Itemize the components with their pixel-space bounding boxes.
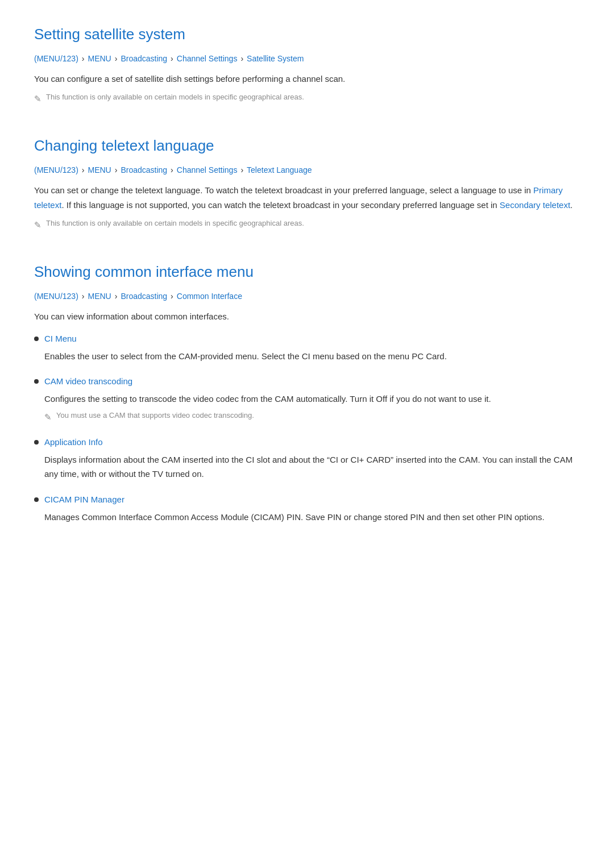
breadcrumb-sep-6: › xyxy=(115,164,118,176)
breadcrumb-sep-2: › xyxy=(115,52,118,65)
section-satellite: Setting satellite system (MENU/123) › ME… xyxy=(34,23,580,106)
breadcrumb-sep-10: › xyxy=(115,290,118,302)
breadcrumb-menu-3[interactable]: MENU xyxy=(88,290,111,302)
breadcrumb-sep-8: › xyxy=(240,164,243,176)
cam-video-title[interactable]: CAM video transcoding xyxy=(44,375,132,388)
cam-video-desc: Configures the setting to transcode the … xyxy=(44,392,580,406)
breadcrumb-sep-11: › xyxy=(171,290,173,302)
bullet-cam-video xyxy=(34,379,39,384)
teletext-note-text: This function is only available on certa… xyxy=(46,218,304,230)
list-item-application-info-header: Application Info xyxy=(34,435,580,449)
cicam-pin-title[interactable]: CICAM PIN Manager xyxy=(44,493,125,506)
bullet-application-info xyxy=(34,440,39,445)
satellite-note-text: This function is only available on certa… xyxy=(46,92,304,103)
list-item-cicam-pin: CICAM PIN Manager Manages Common Interfa… xyxy=(34,493,580,525)
section-satellite-title: Setting satellite system xyxy=(34,23,580,47)
list-item-cam-video-header: CAM video transcoding xyxy=(34,375,580,388)
breadcrumb-menu123-2: (MENU/123) xyxy=(34,164,78,176)
breadcrumb-satellite: (MENU/123) › MENU › Broadcasting › Chann… xyxy=(34,52,580,65)
pencil-icon: ✎ xyxy=(34,92,42,106)
breadcrumb-sep-1: › xyxy=(82,52,85,65)
common-interface-body-text: You can view information about common in… xyxy=(34,309,580,324)
list-item-application-info: Application Info Displays information ab… xyxy=(34,435,580,481)
breadcrumb-satellite-system[interactable]: Satellite System xyxy=(247,52,304,65)
list-item-cam-video: CAM video transcoding Configures the set… xyxy=(34,375,580,424)
pencil-icon-2: ✎ xyxy=(34,218,42,232)
breadcrumb-sep-4: › xyxy=(240,52,243,65)
bullet-ci-menu xyxy=(34,337,39,341)
breadcrumb-menu123: (MENU/123) xyxy=(34,52,78,65)
section-common-interface: Showing common interface menu (MENU/123)… xyxy=(34,260,580,524)
application-info-desc: Displays information about the CAM inser… xyxy=(44,452,580,481)
breadcrumb-sep-7: › xyxy=(171,164,173,176)
primary-teletext-link[interactable]: Primary teletext xyxy=(34,185,563,210)
breadcrumb-sep-5: › xyxy=(82,164,85,176)
list-item-cicam-pin-header: CICAM PIN Manager xyxy=(34,493,580,506)
breadcrumb-common-interface: (MENU/123) › MENU › Broadcasting › Commo… xyxy=(34,290,580,302)
cam-video-note: ✎ You must use a CAM that supports video… xyxy=(44,410,580,424)
teletext-note: ✎ This function is only available on cer… xyxy=(34,218,580,232)
breadcrumb-common-interface-link[interactable]: Common Interface xyxy=(177,290,242,302)
breadcrumb-broadcasting-3[interactable]: Broadcasting xyxy=(121,290,167,302)
breadcrumb-broadcasting-2[interactable]: Broadcasting xyxy=(121,164,167,176)
common-interface-list: CI Menu Enables the user to select from … xyxy=(34,332,580,525)
breadcrumb-sep-3: › xyxy=(171,52,173,65)
list-item-ci-menu: CI Menu Enables the user to select from … xyxy=(34,332,580,364)
breadcrumb-channel-settings[interactable]: Channel Settings xyxy=(177,52,238,65)
satellite-body-text: You can configure a set of satellite dis… xyxy=(34,72,580,86)
list-item-ci-menu-header: CI Menu xyxy=(34,332,580,346)
section-teletext-title: Changing teletext language xyxy=(34,134,580,158)
section-common-interface-title: Showing common interface menu xyxy=(34,260,580,284)
ci-menu-title[interactable]: CI Menu xyxy=(44,332,77,346)
breadcrumb-menu[interactable]: MENU xyxy=(88,52,111,65)
pencil-icon-3: ✎ xyxy=(44,410,52,424)
cam-video-note-text: You must use a CAM that supports video c… xyxy=(56,410,254,422)
section-teletext: Changing teletext language (MENU/123) › … xyxy=(34,134,580,232)
application-info-title[interactable]: Application Info xyxy=(44,435,103,449)
ci-menu-desc: Enables the user to select from the CAM-… xyxy=(44,349,580,364)
bullet-cicam-pin xyxy=(34,497,39,502)
satellite-note: ✎ This function is only available on cer… xyxy=(34,92,580,106)
breadcrumb-teletext: (MENU/123) › MENU › Broadcasting › Chann… xyxy=(34,164,580,176)
breadcrumb-menu123-3: (MENU/123) xyxy=(34,290,78,302)
secondary-teletext-link[interactable]: Secondary teletext xyxy=(500,200,570,210)
breadcrumb-menu-2[interactable]: MENU xyxy=(88,164,111,176)
teletext-body-text: You can set or change the teletext langu… xyxy=(34,183,580,212)
breadcrumb-broadcasting[interactable]: Broadcasting xyxy=(121,52,167,65)
breadcrumb-sep-9: › xyxy=(82,290,85,302)
cicam-pin-desc: Manages Common Interface Common Access M… xyxy=(44,510,580,525)
breadcrumb-channel-settings-2[interactable]: Channel Settings xyxy=(177,164,238,176)
breadcrumb-teletext-lang[interactable]: Teletext Language xyxy=(247,164,312,176)
